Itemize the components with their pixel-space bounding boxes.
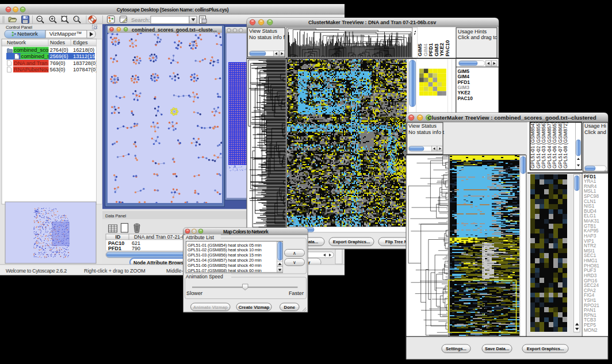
- svg-text:MON2: MON2: [584, 328, 598, 333]
- svg-text:Edges: Edges: [73, 40, 88, 45]
- svg-text:PFD1: PFD1: [108, 246, 121, 251]
- svg-text:Usage Hints: Usage Hints: [458, 29, 487, 35]
- svg-text:GIM4: GIM4: [423, 44, 429, 56]
- svg-text:ClusterMaker TreeView : DNA an: ClusterMaker TreeView : DNA and Tran 07-…: [308, 20, 436, 25]
- svg-text:Click and: Click and: [584, 129, 606, 135]
- svg-text:2764(0): 2764(0): [50, 47, 68, 53]
- svg-text:GPL51-07 (GSM868): GPL51-07 (GSM868): [557, 122, 563, 168]
- svg-text:PFD1: PFD1: [428, 43, 434, 56]
- svg-text:Export Graphics...: Export Graphics...: [333, 239, 370, 244]
- svg-text:2569(6): 2569(6): [50, 53, 68, 59]
- svg-text:Network: Network: [17, 30, 38, 37]
- svg-text:GPL51-01 (GSM854) heat shock 0: GPL51-01 (GSM854) heat shock 05 min: [188, 243, 262, 248]
- svg-text:PAC10: PAC10: [108, 240, 124, 246]
- svg-text:Network: Network: [7, 40, 26, 45]
- svg-text:ID: ID: [116, 234, 121, 240]
- svg-text:Slower: Slower: [186, 290, 202, 296]
- svg-text:PAC10: PAC10: [445, 40, 450, 56]
- svg-text:GPL51-03 (GSM856): GPL51-03 (GSM856): [541, 122, 546, 168]
- svg-text:Cytoscape Desktop (Session Nam: Cytoscape Desktop (Session Name: collins…: [117, 7, 229, 13]
- svg-text:Done: Done: [284, 305, 296, 310]
- svg-text:790: 790: [132, 246, 140, 251]
- svg-text:Flip Tree N: Flip Tree N: [385, 239, 407, 244]
- svg-text:Right-click + drag to ZOOM: Right-click + drag to ZOOM: [84, 268, 146, 274]
- svg-text:∨: ∨: [293, 260, 296, 265]
- svg-text:563(0): 563(0): [50, 67, 66, 72]
- svg-text:GPL51-08 (GSM872): GPL51-08 (GSM872): [563, 122, 568, 168]
- svg-text:VizMapper™: VizMapper™: [49, 30, 82, 37]
- svg-text:No status info t: No status info t: [408, 129, 444, 135]
- svg-text:Middle-: Middle-: [166, 268, 183, 274]
- svg-text:Animation Speed: Animation Speed: [186, 274, 223, 279]
- svg-text:Search:: Search:: [131, 17, 150, 23]
- svg-text:Attribute List: Attribute List: [186, 235, 214, 240]
- svg-text:PAC10: PAC10: [458, 95, 473, 101]
- svg-text:GPL51-02 (GSM855) heat shock 1: GPL51-02 (GSM855) heat shock 10 min: [188, 247, 262, 252]
- svg-text:Animate Vizmap: Animate Vizmap: [193, 305, 228, 310]
- svg-text:Save Data...: Save Data...: [485, 346, 509, 351]
- svg-text:Control Panel: Control Panel: [6, 25, 32, 30]
- svg-text:13112(15): 13112(15): [73, 53, 97, 59]
- svg-text:GPL51-06 (GSM865) heat shock 4: GPL51-06 (GSM865) heat shock 40 min: [188, 263, 262, 268]
- svg-text:Faster: Faster: [289, 290, 304, 296]
- svg-text:Map Colors to Network: Map Colors to Network: [223, 229, 269, 235]
- svg-text:Click and drag tc: Click and drag tc: [458, 35, 498, 40]
- svg-text:∧: ∧: [293, 251, 296, 256]
- svg-text:YKE2: YKE2: [439, 43, 445, 56]
- svg-text:183728(0): 183728(0): [73, 60, 97, 66]
- svg-text:GIM5: GIM5: [417, 44, 423, 56]
- svg-text:GIM3: GIM3: [434, 44, 439, 56]
- svg-text:Usage Hi: Usage Hi: [584, 123, 606, 129]
- svg-text:621: 621: [132, 240, 140, 246]
- svg-text:Data Panel: Data Panel: [105, 213, 127, 219]
- svg-text:Welcome to Cytoscape 2.6.2: Welcome to Cytoscape 2.6.2: [6, 268, 67, 274]
- svg-text:ClusterMaker TreeView : combin: ClusterMaker TreeView : combined_scores_…: [427, 114, 596, 121]
- svg-text:GPL51-06 (GSM865): GPL51-06 (GSM865): [552, 122, 557, 168]
- svg-text:View Status: View Status: [408, 123, 437, 129]
- svg-text:Nodes: Nodes: [50, 40, 66, 45]
- svg-text:GPL51-01 (GSM854): GPL51-01 (GSM854): [530, 122, 536, 168]
- svg-text:Create Vizmap: Create Vizmap: [239, 305, 270, 310]
- svg-text:GPL51-04 (GSM857): GPL51-04 (GSM857): [546, 122, 552, 168]
- svg-text:GPL51-03 (GSM856) heat shock 1: GPL51-03 (GSM856) heat shock 15 min: [188, 252, 262, 258]
- svg-text:View Status: View Status: [249, 28, 277, 34]
- svg-text:Settings...: Settings...: [446, 346, 466, 351]
- svg-text:107847(0): 107847(0): [73, 67, 97, 72]
- svg-text:combined_scores_good.txt--clus: combined_scores_good.txt--cluste...: [132, 27, 217, 33]
- svg-text:Export Graphics...: Export Graphics...: [527, 346, 564, 351]
- svg-text:GPL51-04 (GSM857) heat shock 2: GPL51-04 (GSM857) heat shock 20 min: [188, 258, 262, 263]
- svg-text:No status info f: No status info f: [249, 35, 285, 40]
- svg-text:16218(0): 16218(0): [73, 47, 94, 53]
- svg-text:769(0): 769(0): [50, 60, 66, 66]
- svg-text:GPL51-02 (GSM855): GPL51-02 (GSM855): [536, 122, 541, 168]
- svg-text:1:1: 1:1: [74, 17, 78, 20]
